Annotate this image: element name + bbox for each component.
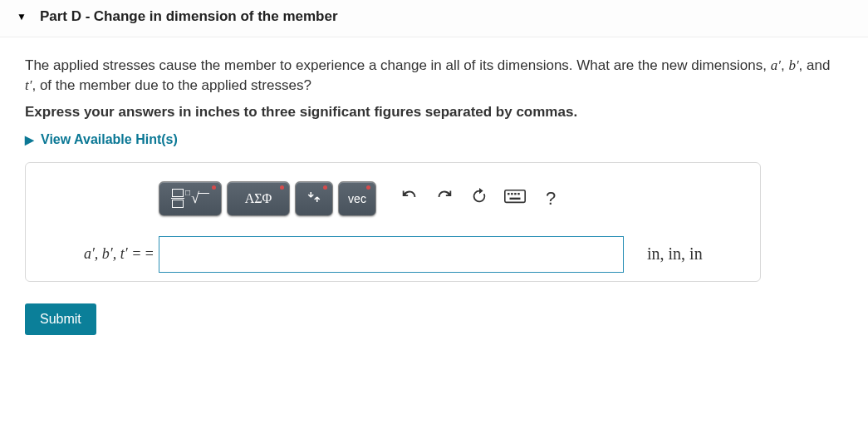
help-icon: ? bbox=[546, 188, 556, 210]
help-button[interactable]: ? bbox=[536, 184, 566, 214]
svg-rect-1 bbox=[508, 193, 509, 195]
undo-icon bbox=[400, 187, 419, 210]
svg-rect-4 bbox=[517, 193, 519, 195]
view-hints-label: View Available Hint(s) bbox=[41, 132, 178, 147]
toolbar-menu-dot-icon bbox=[212, 185, 216, 190]
svg-rect-0 bbox=[505, 190, 525, 203]
toolbar-menu-dot-icon bbox=[280, 185, 284, 190]
answer-input[interactable] bbox=[159, 236, 624, 273]
fraction-icon bbox=[171, 189, 184, 208]
svg-rect-5 bbox=[510, 198, 521, 200]
answer-units: in, in, in bbox=[624, 244, 703, 264]
submit-button[interactable]: Submit bbox=[25, 303, 96, 335]
svg-rect-3 bbox=[514, 193, 516, 195]
vec-icon: vec bbox=[348, 192, 366, 205]
reset-icon bbox=[470, 187, 488, 210]
collapse-caret-icon: ▼ bbox=[17, 11, 27, 22]
greek-symbols-button[interactable]: ΑΣΦ bbox=[227, 181, 290, 216]
answer-format-instruction: Express your answers in inches to three … bbox=[25, 104, 843, 121]
part-title: Part D - Change in dimension of the memb… bbox=[40, 8, 338, 25]
sub-sup-button[interactable] bbox=[295, 181, 333, 216]
view-hints-toggle[interactable]: ▶ View Available Hint(s) bbox=[25, 132, 843, 147]
keyboard-button[interactable] bbox=[499, 184, 531, 214]
reset-button[interactable] bbox=[464, 184, 494, 214]
redo-icon bbox=[435, 187, 454, 210]
answer-area: □√ ΑΣΦ vec bbox=[25, 162, 761, 282]
root-icon: □√ bbox=[191, 190, 209, 207]
caret-right-icon: ▶ bbox=[25, 133, 34, 146]
answer-variable-label: a′, b′, t′ = = bbox=[44, 245, 159, 263]
svg-rect-2 bbox=[511, 193, 512, 195]
greek-icon: ΑΣΦ bbox=[245, 191, 272, 206]
vector-button[interactable]: vec bbox=[338, 181, 376, 216]
keyboard-icon bbox=[504, 188, 526, 209]
redo-button[interactable] bbox=[429, 184, 459, 214]
question-prompt: The applied stresses cause the member to… bbox=[25, 56, 843, 96]
toolbar-menu-dot-icon bbox=[366, 185, 370, 190]
sub-sup-icon bbox=[306, 190, 321, 207]
part-header[interactable]: ▼ Part D - Change in dimension of the me… bbox=[0, 0, 868, 37]
math-toolbar: □√ ΑΣΦ vec bbox=[44, 181, 742, 216]
undo-button[interactable] bbox=[395, 184, 424, 214]
templates-button[interactable]: □√ bbox=[159, 181, 222, 216]
toolbar-menu-dot-icon bbox=[323, 185, 327, 190]
